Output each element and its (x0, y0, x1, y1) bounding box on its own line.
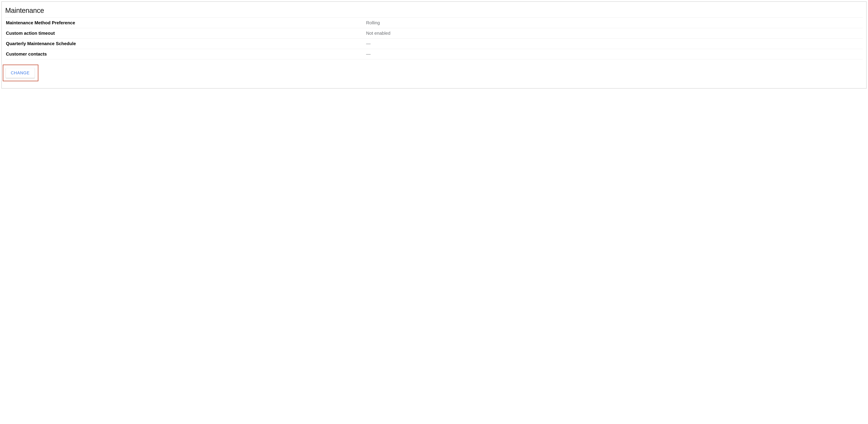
highlight-annotation: CHANGE (3, 65, 38, 81)
table-row: Customer contacts — (5, 49, 863, 59)
property-label: Maintenance Method Preference (5, 18, 365, 28)
property-label: Custom action timeout (5, 28, 365, 38)
table-row: Maintenance Method Preference Rolling (5, 18, 863, 28)
maintenance-properties-table: Maintenance Method Preference Rolling Cu… (5, 18, 863, 59)
property-value: Rolling (365, 18, 863, 28)
table-row: Custom action timeout Not enabled (5, 28, 863, 38)
property-value: Not enabled (365, 28, 863, 38)
property-value: — (365, 38, 863, 49)
property-value: — (365, 49, 863, 59)
change-button[interactable]: CHANGE (6, 68, 35, 78)
section-title: Maintenance (5, 7, 863, 14)
property-label: Quarterly Maintenance Schedule (5, 38, 365, 49)
maintenance-panel: Maintenance Maintenance Method Preferenc… (1, 1, 867, 89)
property-label: Customer contacts (5, 49, 365, 59)
table-row: Quarterly Maintenance Schedule — (5, 38, 863, 49)
